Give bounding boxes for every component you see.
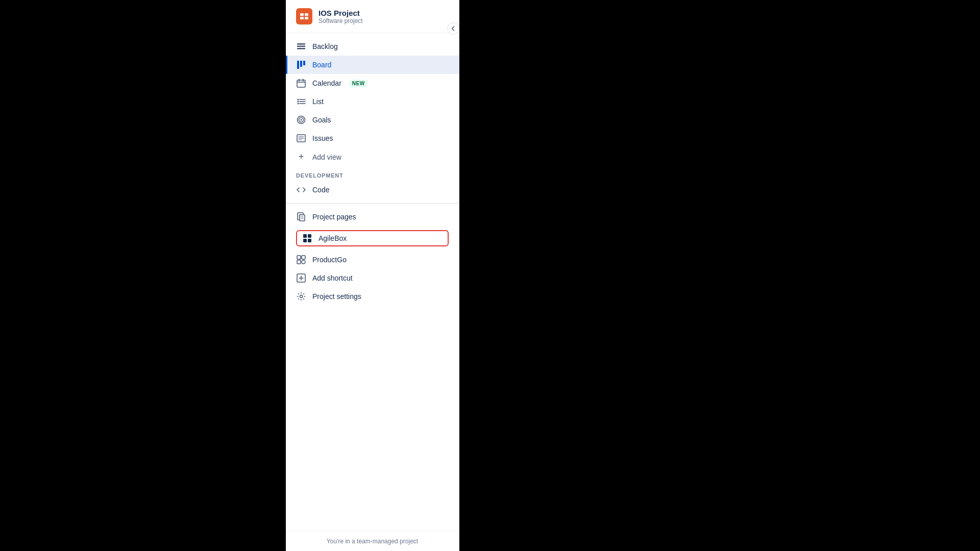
svg-point-16 <box>298 101 299 103</box>
svg-point-22 <box>301 119 302 121</box>
board-icon <box>296 60 306 70</box>
calendar-label: Calendar <box>312 79 341 87</box>
svg-point-45 <box>300 295 303 298</box>
svg-rect-3 <box>305 17 308 19</box>
svg-rect-6 <box>297 48 305 49</box>
productgo-icon <box>296 255 306 265</box>
svg-point-41 <box>302 260 305 264</box>
agilebox-icon <box>302 233 312 243</box>
svg-rect-9 <box>303 61 305 65</box>
svg-rect-31 <box>300 215 305 221</box>
calendar-icon <box>296 78 306 88</box>
goals-icon <box>296 115 306 125</box>
sidebar-item-add-shortcut[interactable]: Add shortcut <box>286 269 459 287</box>
code-icon <box>296 185 306 195</box>
sidebar-item-agilebox[interactable]: AgileBox <box>286 226 459 251</box>
collapse-sidebar-button[interactable] <box>447 22 459 35</box>
backlog-label: Backlog <box>312 42 338 51</box>
svg-rect-36 <box>303 239 307 242</box>
issues-label: Issues <box>312 134 333 142</box>
project-icon <box>296 8 312 24</box>
svg-rect-8 <box>300 61 302 67</box>
svg-rect-37 <box>308 239 311 242</box>
development-section-header: DEVELOPMENT <box>286 166 459 181</box>
svg-rect-34 <box>303 234 307 238</box>
project-settings-label: Project settings <box>312 292 361 300</box>
settings-icon <box>296 291 306 302</box>
project-pages-icon <box>296 212 306 222</box>
svg-rect-40 <box>297 260 301 264</box>
productgo-label: ProductGo <box>312 256 347 264</box>
sidebar-item-issues[interactable]: Issues <box>286 129 459 147</box>
project-info: IOS Project Software project <box>318 9 363 24</box>
sidebar: IOS Project Software project Backlog <box>286 0 459 551</box>
sidebar-item-board[interactable]: Board <box>286 56 459 74</box>
backlog-icon <box>296 41 306 52</box>
add-view-item[interactable]: + Add view <box>286 147 459 166</box>
svg-rect-35 <box>308 234 311 238</box>
svg-rect-7 <box>297 61 299 69</box>
sidebar-item-calendar[interactable]: Calendar NEW <box>286 74 459 92</box>
footer-text: You're in a team-managed project <box>286 531 459 551</box>
svg-rect-5 <box>297 46 305 47</box>
svg-rect-39 <box>302 256 305 259</box>
svg-rect-4 <box>297 43 305 45</box>
project-type: Software project <box>318 17 363 24</box>
issues-icon <box>296 133 306 143</box>
goals-label: Goals <box>312 116 331 124</box>
section-divider-line <box>286 203 459 204</box>
agilebox-inner: AgileBox <box>296 230 449 246</box>
list-icon <box>296 96 306 107</box>
project-name: IOS Project <box>318 9 363 17</box>
sidebar-item-backlog[interactable]: Backlog <box>286 37 459 56</box>
sidebar-item-productgo[interactable]: ProductGo <box>286 251 459 269</box>
svg-rect-38 <box>297 256 301 259</box>
sidebar-item-goals[interactable]: Goals <box>286 111 459 129</box>
code-label: Code <box>312 186 329 194</box>
add-view-label: Add view <box>312 153 341 161</box>
project-pages-label: Project pages <box>312 213 356 221</box>
add-view-icon: + <box>296 152 306 162</box>
svg-point-18 <box>298 103 299 105</box>
sidebar-item-project-settings[interactable]: Project settings <box>286 287 459 306</box>
add-shortcut-label: Add shortcut <box>312 274 353 282</box>
svg-rect-0 <box>300 13 304 16</box>
board-label: Board <box>312 61 331 69</box>
svg-rect-2 <box>300 17 304 19</box>
agilebox-label: AgileBox <box>318 234 347 242</box>
new-badge: NEW <box>350 80 368 87</box>
svg-rect-1 <box>305 13 308 16</box>
project-header: IOS Project Software project <box>286 0 459 33</box>
sidebar-item-project-pages[interactable]: Project pages <box>286 208 459 226</box>
svg-rect-10 <box>297 80 305 87</box>
svg-point-14 <box>298 99 299 101</box>
add-shortcut-icon <box>296 273 306 283</box>
sidebar-item-list[interactable]: List <box>286 92 459 111</box>
list-label: List <box>312 97 324 106</box>
nav-section: Backlog Board C <box>286 33 459 531</box>
sidebar-item-code[interactable]: Code <box>286 181 459 199</box>
